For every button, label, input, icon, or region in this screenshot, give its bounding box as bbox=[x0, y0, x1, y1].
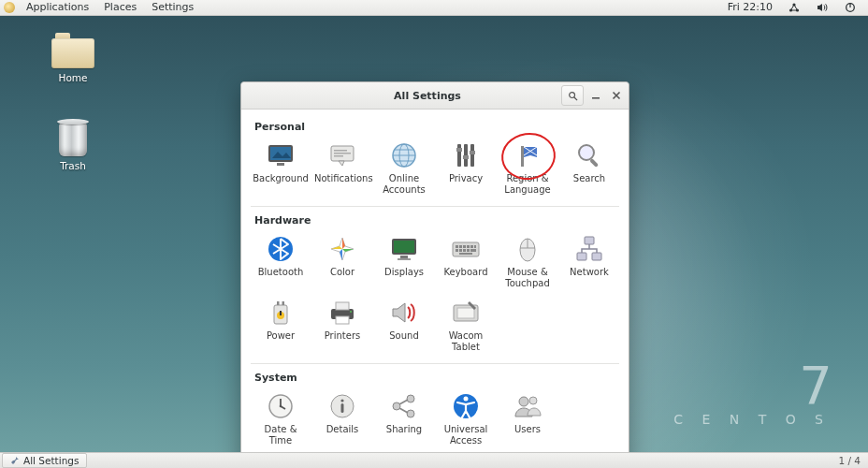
universal-access-icon bbox=[451, 391, 481, 421]
desktop-icon-label: Home bbox=[45, 72, 101, 83]
users-icon bbox=[513, 391, 542, 421]
date-time-icon bbox=[266, 391, 296, 421]
desktop-icon-home[interactable]: Home bbox=[45, 33, 101, 83]
menu-places[interactable]: Places bbox=[96, 0, 144, 15]
settings-item-online-accounts[interactable]: Online Accounts bbox=[374, 137, 434, 198]
svg-rect-38 bbox=[456, 249, 458, 252]
svg-rect-41 bbox=[467, 249, 470, 252]
svg-point-70 bbox=[529, 397, 537, 404]
svg-rect-30 bbox=[398, 258, 411, 260]
settings-item-universal-access[interactable]: Universal Access bbox=[436, 388, 496, 449]
svg-rect-40 bbox=[463, 249, 466, 252]
svg-rect-33 bbox=[459, 245, 462, 248]
svg-rect-52 bbox=[280, 311, 282, 315]
svg-point-24 bbox=[579, 145, 594, 160]
desktop-icon-label: Trash bbox=[45, 160, 101, 171]
settings-item-region-language[interactable]: Region & Language bbox=[498, 137, 557, 198]
network-settings-icon bbox=[574, 234, 604, 264]
color-icon bbox=[327, 234, 357, 264]
settings-item-bluetooth[interactable]: Bluetooth bbox=[251, 230, 311, 292]
bottom-panel: All Settings 1 / 4 bbox=[0, 452, 868, 468]
background-icon bbox=[266, 140, 296, 170]
wrench-icon bbox=[10, 456, 20, 465]
menu-applications[interactable]: Applications bbox=[19, 0, 96, 15]
svg-rect-58 bbox=[457, 308, 474, 318]
settings-item-privacy[interactable]: Privacy bbox=[436, 137, 496, 198]
keyboard-icon bbox=[451, 234, 481, 264]
settings-item-color[interactable]: Color bbox=[312, 230, 372, 292]
settings-item-date-time[interactable]: Date & Time bbox=[251, 388, 311, 449]
svg-rect-46 bbox=[577, 253, 586, 260]
workspace-indicator[interactable]: 1 / 4 bbox=[831, 455, 868, 466]
settings-item-search[interactable]: Search bbox=[559, 137, 619, 198]
settings-item-wacom-tablet[interactable]: Wacom Tablet bbox=[436, 294, 496, 356]
svg-rect-49 bbox=[277, 301, 280, 305]
settings-item-mouse-touchpad[interactable]: Mouse & Touchpad bbox=[498, 230, 557, 292]
svg-rect-63 bbox=[341, 403, 344, 413]
window-titlebar[interactable]: All Settings bbox=[241, 82, 629, 110]
region-language-icon bbox=[513, 140, 542, 170]
search-icon bbox=[568, 91, 578, 101]
settings-item-displays[interactable]: Displays bbox=[374, 230, 434, 292]
svg-rect-32 bbox=[456, 245, 458, 248]
desktop-icon-trash[interactable]: Trash bbox=[45, 117, 101, 171]
titlebar-search-button[interactable] bbox=[561, 85, 584, 106]
settings-window: All Settings Personal Background bbox=[240, 81, 629, 467]
svg-rect-29 bbox=[400, 256, 408, 258]
settings-item-power[interactable]: Power bbox=[251, 294, 311, 356]
svg-rect-39 bbox=[459, 249, 462, 252]
desktop[interactable]: Home Trash 7 C E N T O S All Settings Pe… bbox=[0, 16, 868, 453]
section-system: System Date & Time Details Sharing bbox=[251, 364, 619, 457]
svg-rect-42 bbox=[470, 249, 476, 252]
wallpaper-brand: 7 C E N T O S bbox=[673, 359, 831, 427]
folder-icon bbox=[51, 33, 94, 68]
privacy-icon bbox=[451, 140, 481, 170]
settings-item-users[interactable]: Users bbox=[498, 388, 557, 449]
section-heading: System bbox=[254, 372, 619, 384]
svg-point-66 bbox=[407, 410, 414, 417]
power-icon[interactable] bbox=[836, 2, 864, 13]
svg-rect-35 bbox=[467, 245, 470, 248]
settings-item-notifications[interactable]: Notifications bbox=[312, 137, 372, 198]
settings-item-details[interactable]: Details bbox=[312, 388, 372, 449]
settings-item-sound[interactable]: Sound bbox=[374, 294, 434, 356]
svg-point-56 bbox=[350, 311, 352, 313]
mouse-icon bbox=[513, 234, 542, 264]
minimize-button[interactable] bbox=[587, 86, 604, 105]
displays-icon bbox=[389, 234, 419, 264]
svg-rect-6 bbox=[592, 97, 600, 99]
settings-item-keyboard[interactable]: Keyboard bbox=[436, 230, 496, 292]
clock[interactable]: Fri 22:10 bbox=[720, 0, 780, 15]
svg-point-60 bbox=[280, 405, 282, 408]
section-personal: Personal Background Notifications Online… bbox=[251, 113, 619, 207]
notifications-icon bbox=[327, 140, 357, 170]
svg-point-65 bbox=[407, 395, 414, 402]
svg-point-62 bbox=[340, 399, 343, 402]
power-settings-icon bbox=[266, 298, 296, 328]
svg-rect-4 bbox=[849, 3, 850, 7]
svg-rect-21 bbox=[463, 155, 469, 159]
settings-item-sharing[interactable]: Sharing bbox=[374, 388, 434, 449]
close-icon bbox=[612, 91, 621, 100]
section-heading: Hardware bbox=[254, 214, 619, 227]
volume-icon[interactable] bbox=[808, 2, 836, 13]
printers-icon bbox=[327, 298, 357, 328]
svg-point-69 bbox=[519, 397, 528, 406]
menu-settings[interactable]: Settings bbox=[144, 0, 201, 15]
taskbar-button-all-settings[interactable]: All Settings bbox=[2, 453, 87, 468]
top-menubar: Applications Places Settings Fri 22:10 bbox=[0, 0, 868, 16]
details-icon bbox=[327, 391, 357, 421]
settings-item-background[interactable]: Background bbox=[251, 137, 311, 198]
svg-rect-14 bbox=[334, 155, 343, 157]
svg-rect-45 bbox=[585, 237, 594, 244]
settings-item-printers[interactable]: Printers bbox=[312, 294, 372, 356]
close-button[interactable] bbox=[608, 86, 625, 105]
svg-rect-10 bbox=[277, 163, 284, 166]
svg-rect-50 bbox=[282, 301, 285, 305]
network-icon[interactable] bbox=[780, 2, 808, 13]
svg-rect-37 bbox=[474, 245, 476, 248]
taskbar-button-label: All Settings bbox=[23, 455, 79, 466]
svg-rect-28 bbox=[394, 241, 414, 253]
settings-item-network[interactable]: Network bbox=[559, 230, 619, 292]
svg-rect-23 bbox=[521, 146, 524, 167]
